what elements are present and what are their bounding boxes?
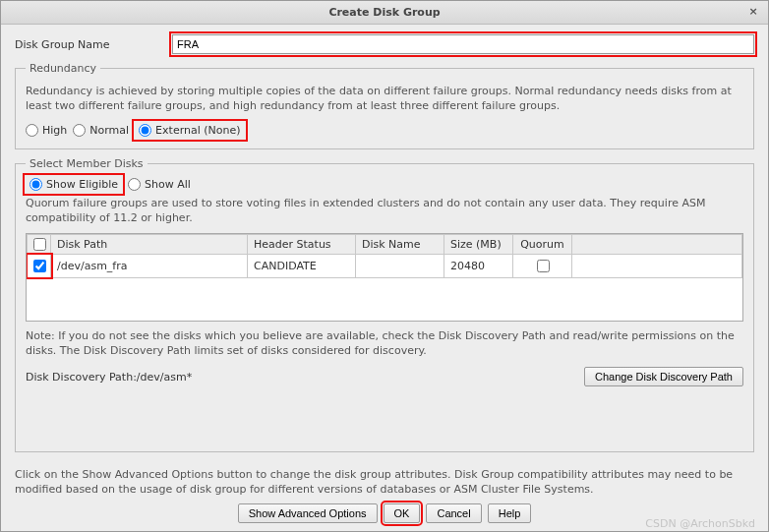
col-path[interactable]: Disk Path <box>51 235 248 255</box>
show-eligible-radio[interactable] <box>30 178 42 191</box>
col-spacer <box>572 235 742 255</box>
button-bar: Show Advanced Options OK Cancel Help <box>15 503 754 523</box>
members-group: Select Member Disks Show Eligible Show A… <box>15 157 754 453</box>
col-size[interactable]: Size (MB) <box>444 235 513 255</box>
discovery-path-label: Disk Discovery Path: <box>26 371 137 384</box>
redundancy-normal-label: Normal <box>89 124 129 137</box>
redundancy-high-radio[interactable] <box>26 124 38 137</box>
show-eligible[interactable]: Show Eligible <box>26 176 122 193</box>
table-header-row: Disk Path Header Status Disk Name Size (… <box>28 235 742 255</box>
content-area: Disk Group Name Redundancy Redundancy is… <box>1 25 768 531</box>
cancel-button[interactable]: Cancel <box>426 503 481 523</box>
col-select[interactable] <box>28 235 51 255</box>
col-quorum[interactable]: Quorum <box>513 235 572 255</box>
show-all-radio[interactable] <box>128 178 141 191</box>
discovery-path-row: Disk Discovery Path: /dev/asm* Change Di… <box>26 367 743 386</box>
table-row[interactable]: /dev/asm_fra CANDIDATE 20480 <box>28 255 742 278</box>
redundancy-external-radio[interactable] <box>139 124 151 137</box>
titlebar: Create Disk Group × <box>1 1 768 25</box>
cell-header: CANDIDATE <box>248 255 356 278</box>
members-legend: Select Member Disks <box>26 157 148 170</box>
redundancy-external[interactable]: External (None) <box>135 122 244 139</box>
show-all-label: Show All <box>145 178 191 191</box>
row-checkbox[interactable] <box>33 260 46 272</box>
show-filter: Show Eligible Show All <box>26 176 743 193</box>
row-quorum-checkbox[interactable] <box>537 260 550 272</box>
redundancy-legend: Redundancy <box>26 62 100 75</box>
redundancy-external-label: External (None) <box>155 124 240 137</box>
redundancy-high-label: High <box>42 124 67 137</box>
redundancy-options: High Normal External (None) <box>26 122 743 139</box>
change-discovery-path-button[interactable]: Change Disk Discovery Path <box>584 367 743 386</box>
select-all-checkbox[interactable] <box>33 238 46 251</box>
redundancy-normal[interactable]: Normal <box>73 124 129 137</box>
redundancy-normal-radio[interactable] <box>73 124 86 137</box>
cell-size: 20480 <box>444 255 513 278</box>
show-all[interactable]: Show All <box>128 178 191 191</box>
disks-table-wrap: Disk Path Header Status Disk Name Size (… <box>26 233 743 322</box>
help-button[interactable]: Help <box>488 503 532 523</box>
ok-button[interactable]: OK <box>384 503 421 523</box>
show-eligible-label: Show Eligible <box>46 178 118 191</box>
redundancy-high[interactable]: High <box>26 124 67 137</box>
show-advanced-button[interactable]: Show Advanced Options <box>238 503 378 523</box>
name-row: Disk Group Name <box>15 34 754 54</box>
disk-group-name-input[interactable] <box>172 34 754 54</box>
cell-path: /dev/asm_fra <box>51 255 248 278</box>
discovery-note: Note: If you do not see the disks which … <box>26 329 743 359</box>
discovery-path-value: /dev/asm* <box>137 371 192 384</box>
redundancy-desc: Redundancy is achieved by storing multip… <box>26 85 743 114</box>
window-title: Create Disk Group <box>328 6 440 19</box>
col-header[interactable]: Header Status <box>248 235 356 255</box>
cell-name[interactable] <box>356 255 444 278</box>
cell-spacer <box>572 255 742 278</box>
disk-group-name-label: Disk Group Name <box>15 38 172 51</box>
close-icon[interactable]: × <box>744 3 762 21</box>
footer-text: Click on the Show Advanced Options butto… <box>15 468 754 498</box>
members-desc: Quorum failure groups are used to store … <box>26 197 743 226</box>
disks-table: Disk Path Header Status Disk Name Size (… <box>27 234 742 278</box>
redundancy-group: Redundancy Redundancy is achieved by sto… <box>15 62 754 149</box>
col-name[interactable]: Disk Name <box>356 235 444 255</box>
dialog-window: Create Disk Group × Disk Group Name Redu… <box>0 0 769 532</box>
